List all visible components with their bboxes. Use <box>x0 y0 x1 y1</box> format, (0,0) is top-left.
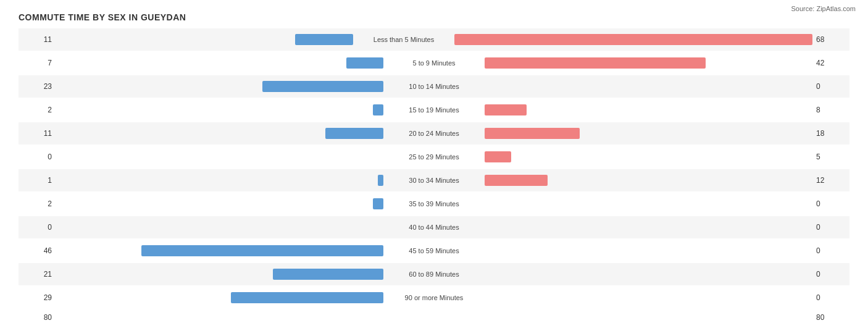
bar-female <box>485 175 548 186</box>
axis-right-label: 80 <box>812 313 849 322</box>
bar-female-value: 12 <box>812 176 849 185</box>
bar-female-value: 0 <box>812 246 849 255</box>
bar-male-container <box>56 33 354 46</box>
bar-female-container <box>483 56 812 70</box>
bar-female-value: 0 <box>812 223 849 232</box>
bar-male-container <box>56 197 385 211</box>
chart-title: COMMUTE TIME BY SEX IN GUEYDAN <box>19 12 849 22</box>
bar-male-container <box>56 150 385 164</box>
axis-left-label: 80 <box>19 313 56 322</box>
row-label: 10 to 14 Minutes <box>385 83 483 90</box>
chart-row: 29 90 or more Minutes 0 <box>19 287 849 309</box>
chart-row: 7 5 to 9 Minutes 42 <box>19 52 849 74</box>
row-label: 15 to 19 Minutes <box>385 106 483 114</box>
row-label: 40 to 44 Minutes <box>385 224 483 231</box>
bar-female <box>485 128 580 139</box>
bar-female <box>485 151 511 162</box>
bar-male-container <box>56 244 385 258</box>
bar-male-value: 29 <box>19 293 56 302</box>
bar-male-container <box>56 127 385 140</box>
row-label: 60 to 89 Minutes <box>385 271 483 278</box>
bar-male-container <box>56 291 385 304</box>
bar-male <box>373 104 383 115</box>
chart-row: 2 35 to 39 Minutes 0 <box>19 193 849 215</box>
source-label: Source: ZipAtlas.com <box>791 5 856 12</box>
chart-row: 46 45 to 59 Minutes 0 <box>19 240 849 262</box>
bar-female-container <box>483 220 812 234</box>
bar-female-value: 0 <box>812 270 849 279</box>
bar-male-value: 46 <box>19 246 56 255</box>
chart-row: 0 25 to 29 Minutes 5 <box>19 146 849 168</box>
chart-row: 21 60 to 89 Minutes 0 <box>19 263 849 285</box>
bar-female-value: 42 <box>812 59 849 67</box>
bar-female-value: 0 <box>812 293 849 302</box>
row-label: 25 to 29 Minutes <box>385 153 483 161</box>
bar-male-container <box>56 174 385 187</box>
bar-female-container <box>483 103 812 117</box>
bar-male <box>262 81 383 92</box>
row-label: 5 to 9 Minutes <box>385 59 483 67</box>
bar-male-container <box>56 103 385 117</box>
bar-female-container <box>483 80 812 93</box>
bar-female <box>485 104 527 115</box>
bar-male-container <box>56 267 385 281</box>
chart-row: 1 30 to 34 Minutes 12 <box>19 169 849 191</box>
bar-female-container <box>483 197 812 211</box>
chart-area: 11 Less than 5 Minutes 68 7 5 to 9 Minut… <box>19 28 849 309</box>
bar-male-value: 0 <box>19 153 56 161</box>
bar-male-value: 23 <box>19 82 56 91</box>
bar-male <box>231 292 383 303</box>
row-label: 30 to 34 Minutes <box>385 177 483 184</box>
bar-female-container <box>483 150 812 164</box>
row-label: Less than 5 Minutes <box>354 36 453 43</box>
chart-row: 0 40 to 44 Minutes 0 <box>19 216 849 238</box>
bar-female-container <box>483 244 812 258</box>
bar-male-container <box>56 220 385 234</box>
bar-female-container <box>483 174 812 187</box>
row-label: 20 to 24 Minutes <box>385 130 483 137</box>
bar-female-container <box>483 291 812 304</box>
bar-male <box>325 128 383 139</box>
bar-female <box>454 34 812 45</box>
bar-female-value: 68 <box>812 35 849 44</box>
bar-male <box>346 57 383 69</box>
bar-male <box>273 269 383 280</box>
bar-male-value: 7 <box>19 59 56 67</box>
bar-male-value: 0 <box>19 223 56 232</box>
bar-male-value: 21 <box>19 270 56 279</box>
bar-female-value: 0 <box>812 82 849 91</box>
bar-female-container <box>483 267 812 281</box>
bar-male <box>373 198 383 209</box>
bar-male <box>378 175 383 186</box>
axis-row: 80 80 <box>19 311 849 323</box>
bar-female-container <box>483 127 812 140</box>
bar-female <box>485 57 706 69</box>
chart-row: 11 Less than 5 Minutes 68 <box>19 28 849 51</box>
bar-male-container <box>56 80 385 93</box>
bar-male <box>295 34 353 45</box>
chart-container: COMMUTE TIME BY SEX IN GUEYDAN Source: Z… <box>0 0 868 323</box>
bar-male <box>141 245 383 256</box>
chart-row: 2 15 to 19 Minutes 8 <box>19 99 849 121</box>
bar-female-value: 5 <box>812 153 849 161</box>
bar-male-value: 1 <box>19 176 56 185</box>
bar-male-value: 11 <box>19 35 56 44</box>
bar-male-value: 11 <box>19 129 56 138</box>
bar-female-container <box>453 33 812 46</box>
chart-row: 23 10 to 14 Minutes 0 <box>19 75 849 98</box>
bar-male-value: 2 <box>19 106 56 114</box>
bar-female-value: 18 <box>812 129 849 138</box>
row-label: 45 to 59 Minutes <box>385 247 483 254</box>
chart-row: 11 20 to 24 Minutes 18 <box>19 122 849 145</box>
bar-female-value: 0 <box>812 199 849 208</box>
bar-male-container <box>56 56 385 70</box>
row-label: 90 or more Minutes <box>385 294 483 301</box>
bar-male-value: 2 <box>19 199 56 208</box>
bar-female-value: 8 <box>812 106 849 114</box>
row-label: 35 to 39 Minutes <box>385 200 483 208</box>
